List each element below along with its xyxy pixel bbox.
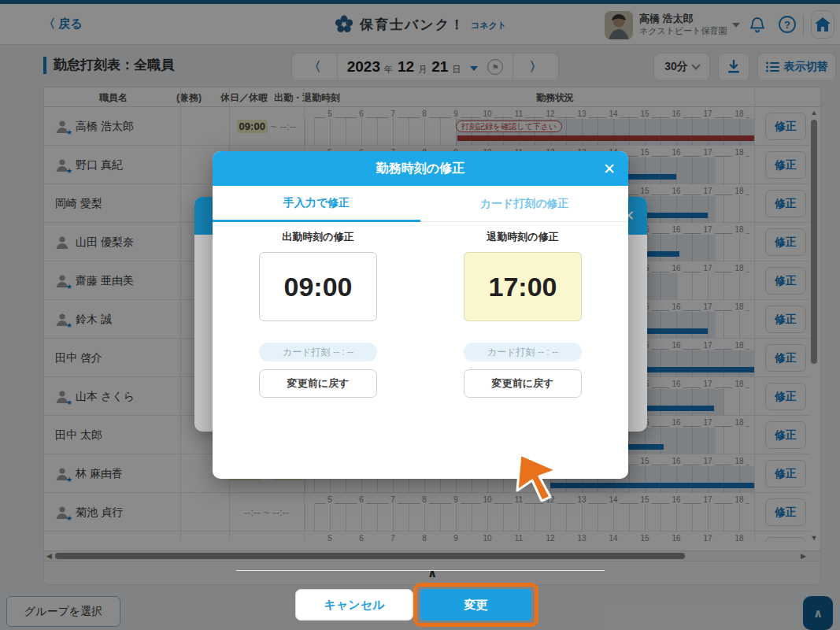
cancel-button[interactable]: キャンセル: [295, 589, 413, 621]
modal-tabs: 手入力で修正 カード打刻の修正: [213, 186, 628, 222]
punch-in-column: 出勤時刻の修正 09:00 カード打刻 -- : -- 変更前に戻す: [259, 230, 377, 398]
punch-in-card-badge: カード打刻 -- : --: [259, 343, 377, 361]
punch-in-time-field[interactable]: 09:00: [259, 252, 377, 321]
modal-divider: [236, 570, 605, 571]
modal-title: 勤務時刻の修正: [376, 161, 464, 177]
time-edit-modal: 勤務時刻の修正 ✕ 手入力で修正 カード打刻の修正 出勤時刻の修正 09:00 …: [213, 151, 628, 479]
punch-out-label: 退勤時刻の修正: [464, 230, 582, 244]
tab-card-punch[interactable]: カード打刻の修正: [420, 186, 628, 222]
punch-in-label: 出勤時刻の修正: [259, 230, 377, 244]
punch-out-revert-button[interactable]: 変更前に戻す: [464, 369, 582, 398]
app-window: 〈 戻る 保育士バンク！ コネクト 高橋 浩太郎 ネクストビート保育園: [0, 0, 840, 630]
close-icon[interactable]: ✕: [603, 160, 616, 178]
punch-in-revert-button[interactable]: 変更前に戻す: [259, 369, 377, 398]
tab-manual-edit[interactable]: 手入力で修正: [213, 186, 420, 222]
punch-out-time-field[interactable]: 17:00: [464, 252, 582, 321]
modal-header: 勤務時刻の修正: [213, 151, 628, 186]
submit-button[interactable]: 変更: [420, 589, 531, 621]
cursor-pointer-icon: [516, 453, 564, 502]
punch-out-column: 退勤時刻の修正 17:00 カード打刻 -- : -- 変更前に戻す: [464, 230, 582, 398]
punch-out-card-badge: カード打刻 -- : --: [464, 343, 582, 361]
